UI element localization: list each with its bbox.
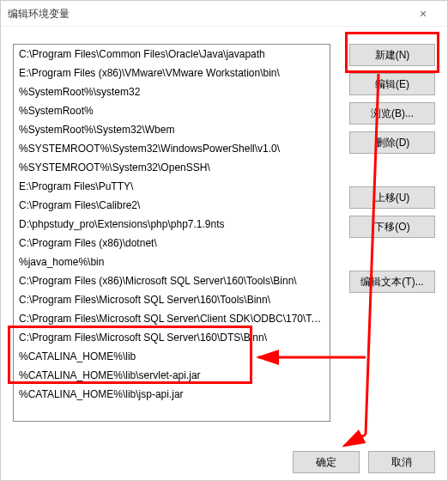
- list-item[interactable]: E:\Program Files\PuTTY\: [14, 177, 330, 196]
- side-button-column: 新建(N) 编辑(E) 浏览(B)... 删除(D) 上移(U) 下移(O) 编…: [349, 44, 435, 300]
- delete-button[interactable]: 删除(D): [349, 131, 435, 154]
- list-item[interactable]: C:\Program Files\Microsoft SQL Server\16…: [14, 290, 330, 309]
- list-item[interactable]: C:\Program Files (x86)\dotnet\: [14, 234, 330, 253]
- content-area: C:\Program Files\Common Files\Oracle\Jav…: [13, 33, 435, 446]
- list-item[interactable]: C:\Program Files (x86)\Microsoft SQL Ser…: [14, 271, 330, 290]
- move-down-button[interactable]: 下移(O): [349, 216, 435, 238]
- list-item[interactable]: C:\Program Files\Microsoft SQL Server\Cl…: [14, 309, 330, 328]
- list-item[interactable]: C:\Program Files\Common Files\Oracle\Jav…: [14, 45, 330, 64]
- list-item[interactable]: %SystemRoot%\System32\Wbem: [14, 120, 330, 139]
- list-item[interactable]: %CATALINA_HOME%\lib\jsp-api.jar: [14, 385, 330, 404]
- list-item[interactable]: %java_home%\bin: [14, 253, 330, 271]
- path-listbox[interactable]: C:\Program Files\Common Files\Oracle\Jav…: [13, 44, 330, 422]
- new-button[interactable]: 新建(N): [349, 44, 435, 66]
- browse-button[interactable]: 浏览(B)...: [349, 102, 435, 125]
- window-title: 编辑环境变量: [8, 1, 70, 27]
- dialog-window: 编辑环境变量 × C:\Program Files\Common Files\O…: [0, 0, 448, 481]
- list-item[interactable]: D:\phpstudy_pro\Extensions\php\php7.1.9n…: [14, 215, 330, 234]
- list-item[interactable]: %SystemRoot%\system32: [14, 82, 330, 101]
- move-up-button[interactable]: 上移(U): [349, 186, 435, 209]
- list-item[interactable]: C:\Program Files\Microsoft SQL Server\16…: [14, 328, 330, 347]
- edit-text-button[interactable]: 编辑文本(T)...: [349, 271, 435, 293]
- dialog-footer: 确定 取消: [293, 451, 435, 473]
- list-item[interactable]: E:\Program Files (x86)\VMware\VMware Wor…: [14, 64, 330, 82]
- titlebar: 编辑环境变量 ×: [1, 1, 447, 27]
- close-icon[interactable]: ×: [406, 1, 440, 27]
- cancel-button[interactable]: 取消: [368, 451, 435, 473]
- list-item[interactable]: %SYSTEMROOT%\System32\OpenSSH\: [14, 158, 330, 177]
- list-item[interactable]: %SYSTEMROOT%\System32\WindowsPowerShell\…: [14, 139, 330, 158]
- list-item[interactable]: %CATALINA_HOME%\lib\servlet-api.jar: [14, 366, 330, 385]
- ok-button[interactable]: 确定: [293, 451, 360, 473]
- list-item[interactable]: %SystemRoot%: [14, 101, 330, 120]
- list-item[interactable]: C:\Program Files\Calibre2\: [14, 196, 330, 215]
- edit-button[interactable]: 编辑(E): [349, 73, 435, 95]
- list-item[interactable]: %CATALINA_HOME%\lib: [14, 347, 330, 366]
